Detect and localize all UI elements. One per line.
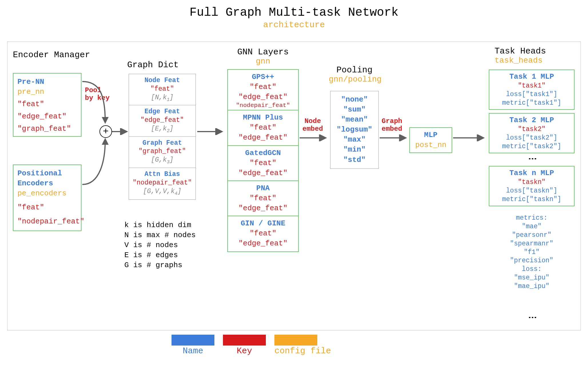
legend-key-swatch bbox=[223, 335, 266, 346]
task2-box: Task 2 MLP "task2" loss["task2"] metric[… bbox=[489, 113, 575, 153]
taskn-box: Task n MLP "taskn" loss["taskn"] metric[… bbox=[489, 166, 575, 206]
gnn-header: GNN Layers gnn bbox=[229, 47, 297, 66]
pre-nn-box: Pre-NN pre_nn "feat" "edge_feat" "graph_… bbox=[13, 73, 81, 137]
task2-name: Task 2 MLP bbox=[491, 115, 573, 125]
legend-config-label: config file bbox=[274, 346, 331, 356]
gnn-1-k1: "edge_feat" bbox=[230, 133, 296, 143]
gnn-0-extra: "nodepair_feat" bbox=[230, 102, 296, 109]
arrow-dict-to-gnn bbox=[197, 128, 224, 135]
gd-row1-shape: [E,k2] bbox=[131, 125, 194, 134]
gnn-2-name: GatedGCN bbox=[230, 148, 296, 158]
pre-nn-name: Pre-NN bbox=[17, 77, 78, 87]
task1-loss: loss["task1"] bbox=[491, 90, 573, 99]
gd-row3-shape: [G,V,V,k4] bbox=[131, 187, 194, 197]
task-heads-header: Task Heads task_heads bbox=[495, 46, 575, 65]
pool-opt-5: "min" bbox=[333, 145, 376, 155]
legend-key-label: Key bbox=[223, 346, 266, 356]
gnn-0-k1: "edge_feat" bbox=[230, 92, 296, 102]
legend-name: Name bbox=[172, 335, 214, 356]
gd-row0-shape: [N,k1] bbox=[131, 94, 194, 103]
positional-config: pe_encoders bbox=[17, 189, 78, 199]
encoder-manager-title: Encoder Manager bbox=[13, 50, 90, 60]
pool-opt-4: "max" bbox=[333, 135, 376, 145]
pooling-header: Pooling gnn/pooling bbox=[329, 65, 380, 84]
task1-name: Task 1 MLP bbox=[491, 72, 573, 82]
gnn-3-k0: "feat" bbox=[230, 193, 296, 203]
graph-dict-box: Node Feat "feat" [N,k1] Edge Feat "edge_… bbox=[129, 74, 196, 200]
gnn-layers-box: GPS++ "feat" "edge_feat" "nodepair_feat"… bbox=[227, 69, 299, 252]
color-legend: Name Key config file bbox=[172, 335, 331, 356]
diagram-title: Full Graph Multi-task Network bbox=[0, 6, 588, 19]
pool-opt-3: "logsum" bbox=[333, 125, 376, 135]
legend-config-swatch bbox=[274, 335, 317, 346]
gd-row1-name: Edge Feat bbox=[131, 108, 194, 116]
graph-dict-title: Graph Dict bbox=[127, 60, 179, 70]
pre-nn-key-2: "graph_feat" bbox=[17, 124, 78, 134]
task1-box: Task 1 MLP "task1" loss["task1"] metric[… bbox=[489, 70, 575, 110]
gd-row0-name: Node Feat bbox=[131, 76, 194, 85]
pooling-box: "none" "sum" "mean" "logsum" "max" "min"… bbox=[330, 91, 379, 169]
diagram-canvas: Full Graph Multi-task Network architectu… bbox=[0, 0, 588, 373]
arrow-plus-to-dict bbox=[112, 128, 129, 135]
positional-key-1: "nodepair_feat" bbox=[17, 217, 78, 227]
plus-operator: + bbox=[99, 125, 112, 138]
node-embed-label: Node embed bbox=[302, 117, 323, 133]
pre-nn-config: pre_nn bbox=[17, 87, 78, 97]
graph-embed-label: Graph embed bbox=[382, 117, 402, 133]
graph-dict-legend: k is hidden dim N is max # nodes V is # … bbox=[124, 220, 196, 270]
gnn-title: GNN Layers bbox=[229, 47, 297, 57]
pre-nn-key-0: "feat" bbox=[17, 99, 78, 109]
taskn-loss: loss["taskn"] bbox=[491, 187, 573, 195]
task1-metric: metric["task1"] bbox=[491, 99, 573, 108]
gnn-4-k1: "edge_feat" bbox=[230, 239, 296, 249]
arrow-gnn-to-pool bbox=[300, 134, 328, 141]
taskn-key: "taskn" bbox=[491, 178, 573, 187]
arrow-mlp-to-heads bbox=[453, 134, 486, 141]
positional-key-0: "feat" bbox=[17, 203, 78, 213]
mlp-box: MLP post_nn bbox=[409, 127, 452, 153]
gd-row1-key: "edge_feat" bbox=[131, 116, 194, 125]
positional-name-2: Encoders bbox=[17, 178, 78, 189]
metrics-list: metrics: "mae" "pearsonr" "spearmanr" "f… bbox=[492, 214, 572, 291]
legend-name-label: Name bbox=[172, 346, 214, 356]
taskn-metric: metric["taskn"] bbox=[491, 195, 573, 204]
gd-row2-name: Graph Feat bbox=[131, 139, 194, 148]
task-heads-config: task_heads bbox=[495, 56, 575, 65]
task2-loss: loss["task2"] bbox=[491, 134, 573, 142]
gnn-3-k1: "edge_feat" bbox=[230, 203, 296, 213]
task-heads-title: Task Heads bbox=[495, 46, 575, 56]
legend-config: config file bbox=[274, 335, 331, 356]
gnn-1-k0: "feat" bbox=[230, 123, 296, 133]
positional-encoders-box: Positional Encoders pe_encoders "feat" "… bbox=[13, 164, 81, 231]
task2-metric: metric["task2"] bbox=[491, 142, 573, 151]
gd-row3-key: "nodepair_feat" bbox=[131, 179, 194, 187]
pooling-title: Pooling bbox=[329, 65, 380, 75]
taskn-name: Task n MLP bbox=[491, 168, 573, 178]
legend-name-swatch bbox=[172, 335, 214, 346]
gnn-3-name: PNA bbox=[230, 183, 296, 193]
pooling-config: gnn/pooling bbox=[329, 75, 380, 84]
gnn-2-k1: "edge_feat" bbox=[230, 168, 296, 178]
task2-key: "task2" bbox=[491, 125, 573, 134]
gnn-4-k0: "feat" bbox=[230, 229, 296, 239]
gnn-0-name: GPS++ bbox=[230, 72, 296, 82]
legend-key: Key bbox=[223, 335, 266, 356]
mlp-config: post_nn bbox=[412, 140, 450, 150]
gnn-2-k0: "feat" bbox=[230, 158, 296, 168]
vdots-2: ⋮ bbox=[527, 313, 537, 323]
vdots-1: ⋮ bbox=[527, 154, 537, 164]
gd-row3-name: Attn Bias bbox=[131, 170, 194, 179]
pool-opt-2: "mean" bbox=[333, 115, 376, 125]
pool-opt-1: "sum" bbox=[333, 105, 376, 115]
pool-opt-6: "std" bbox=[333, 155, 376, 165]
mlp-name: MLP bbox=[412, 130, 450, 140]
gd-row0-key: "feat" bbox=[131, 85, 194, 94]
pool-opt-0: "none" bbox=[333, 95, 376, 105]
gnn-1-name: MPNN Plus bbox=[230, 113, 296, 123]
gd-row2-shape: [G,k3] bbox=[131, 156, 194, 165]
task1-key: "task1" bbox=[491, 82, 573, 90]
gnn-0-k0: "feat" bbox=[230, 82, 296, 92]
arrow-pool-to-mlp bbox=[380, 134, 408, 141]
gd-row2-key: "graph_feat" bbox=[131, 147, 194, 156]
pre-nn-key-1: "edge_feat" bbox=[17, 112, 78, 122]
